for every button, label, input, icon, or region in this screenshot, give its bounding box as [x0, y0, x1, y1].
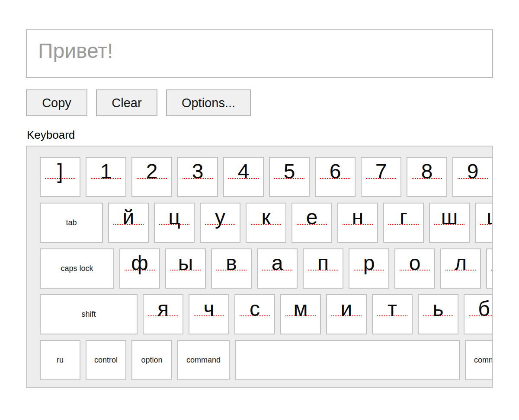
key-label: с: [235, 295, 274, 322]
options-button[interactable]: Options...: [166, 89, 251, 116]
key-к[interactable]: к: [246, 203, 286, 243]
key-и[interactable]: и: [326, 294, 367, 334]
key-label: у: [201, 204, 240, 231]
key-с[interactable]: с: [234, 294, 275, 334]
key-label: option: [141, 356, 162, 365]
key-label: command: [474, 356, 493, 365]
key-д[interactable]: д: [486, 248, 493, 289]
key-2[interactable]: 2: [131, 157, 172, 197]
key-label: caps lock: [61, 264, 93, 273]
key-control[interactable]: control: [86, 340, 126, 380]
key-г[interactable]: г: [383, 203, 424, 243]
key-5[interactable]: 5: [269, 157, 310, 197]
key-tab[interactable]: tab: [40, 203, 103, 243]
keyboard-row: rucontroloptioncommandcommand: [40, 340, 479, 380]
keyboard-row: ]123456789: [40, 157, 479, 197]
key-ф[interactable]: ф: [119, 248, 160, 289]
key-б[interactable]: б: [464, 294, 493, 334]
key-у[interactable]: у: [200, 203, 240, 243]
key-label: control: [94, 356, 118, 365]
key-label: 6: [316, 158, 355, 185]
key-н[interactable]: н: [337, 203, 378, 243]
key-4[interactable]: 4: [223, 157, 264, 197]
key-р[interactable]: р: [349, 248, 389, 289]
key-label: м: [281, 295, 320, 322]
key-label: п: [304, 249, 343, 277]
key-л[interactable]: л: [440, 248, 481, 289]
key-9[interactable]: 9: [452, 157, 493, 197]
key-ц[interactable]: ц: [154, 203, 195, 243]
key-label: ф: [120, 249, 159, 277]
key-ч[interactable]: ч: [189, 294, 229, 334]
key-м[interactable]: м: [280, 294, 321, 334]
key-label: 9: [453, 158, 492, 185]
keyboard-label: Keyboard: [27, 128, 75, 142]
key-в[interactable]: в: [211, 248, 252, 289]
key-е[interactable]: е: [292, 203, 332, 243]
key-label: е: [292, 204, 331, 231]
key-п[interactable]: п: [303, 248, 343, 289]
key-label: й: [109, 204, 148, 231]
key-7[interactable]: 7: [361, 157, 401, 197]
key-label: 1: [86, 158, 125, 185]
keyboard-row: shiftячсмитьб: [40, 294, 479, 334]
key-option[interactable]: option: [131, 340, 172, 380]
key-ш[interactable]: ш: [429, 203, 470, 243]
key-3[interactable]: 3: [177, 157, 218, 197]
key-caps lock[interactable]: caps lock: [40, 248, 114, 289]
key-label: ь: [419, 295, 458, 322]
key-label: г: [384, 204, 423, 231]
virtual-keyboard: ]123456789tabйцукенгшщcaps lockфывапролд…: [26, 146, 493, 388]
key-щ[interactable]: щ: [475, 203, 493, 243]
text-input[interactable]: [26, 29, 493, 78]
key-][interactable]: ]: [40, 157, 80, 197]
key-label: shift: [81, 310, 96, 319]
key-label: я: [144, 295, 183, 322]
key-label: а: [258, 249, 297, 277]
key-shift[interactable]: shift: [40, 294, 138, 334]
key-т[interactable]: т: [372, 294, 413, 334]
key-label: ш: [430, 204, 469, 231]
key-label: 7: [362, 158, 400, 185]
clear-button[interactable]: Clear: [96, 89, 157, 116]
key-label: 3: [178, 158, 217, 185]
key-label: н: [338, 204, 377, 231]
key-я[interactable]: я: [143, 294, 183, 334]
key-label: 5: [270, 158, 309, 185]
keyboard-row: caps lockфывапролд: [40, 248, 479, 289]
key-label: щ: [476, 204, 493, 231]
key-6[interactable]: 6: [315, 157, 356, 197]
key-label: tab: [66, 218, 77, 227]
key-label: т: [373, 295, 412, 322]
key-label: ы: [166, 249, 205, 277]
key-8[interactable]: 8: [407, 157, 447, 197]
key-label: ц: [155, 204, 194, 231]
key-а[interactable]: а: [257, 248, 298, 289]
key-label: 2: [132, 158, 171, 185]
key-label: д: [487, 249, 493, 277]
key-label: о: [395, 249, 434, 277]
key-label: ч: [189, 295, 228, 322]
key-space[interactable]: [235, 340, 460, 380]
key-label: к: [247, 204, 285, 231]
key-ь[interactable]: ь: [418, 294, 458, 334]
toolbar: Copy Clear Options...: [26, 89, 251, 116]
key-1[interactable]: 1: [86, 157, 126, 197]
key-label: ru: [57, 356, 64, 365]
key-label: 4: [224, 158, 263, 185]
key-command[interactable]: command: [465, 340, 493, 380]
key-label: ]: [41, 158, 80, 185]
key-о[interactable]: о: [394, 248, 435, 289]
key-command[interactable]: command: [177, 340, 230, 380]
key-label: в: [212, 249, 251, 277]
key-ru[interactable]: ru: [40, 340, 80, 380]
key-label: 8: [407, 158, 446, 185]
key-label: р: [349, 249, 388, 277]
key-label: л: [441, 249, 480, 277]
keyboard-row: tabйцукенгшщ: [40, 203, 479, 243]
key-label: и: [327, 295, 366, 322]
key-й[interactable]: й: [108, 203, 149, 243]
key-label: б: [465, 295, 493, 322]
key-ы[interactable]: ы: [165, 248, 206, 289]
copy-button[interactable]: Copy: [26, 89, 87, 116]
